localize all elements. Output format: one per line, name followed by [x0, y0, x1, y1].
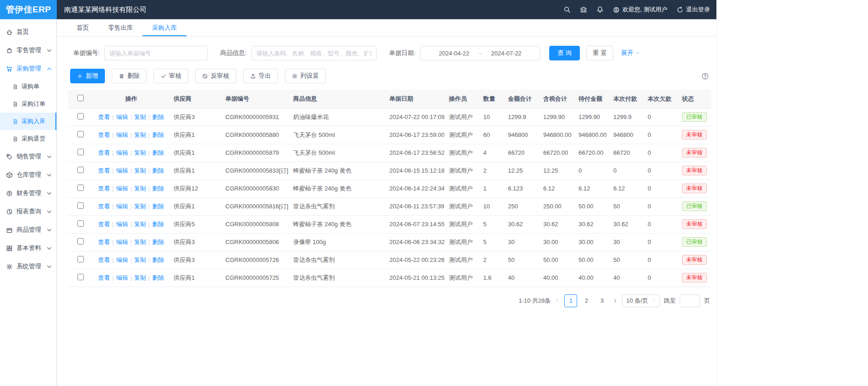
product-info-input[interactable] — [251, 46, 377, 60]
unaudit-button[interactable]: 反审核 — [195, 69, 236, 83]
order-no-input[interactable] — [104, 46, 207, 60]
row-checkbox[interactable] — [77, 185, 84, 191]
select-all-checkbox[interactable] — [77, 95, 84, 101]
sidebar-subitem-label: 采购订单 — [22, 100, 45, 108]
row-checkbox[interactable] — [77, 149, 84, 155]
row-checkbox[interactable] — [77, 202, 84, 209]
row-action-edit[interactable]: 编辑 — [116, 274, 128, 281]
prev-page-button[interactable] — [555, 298, 560, 304]
row-action-view[interactable]: 查看 — [98, 149, 110, 156]
row-action-copy[interactable]: 复制 — [134, 239, 146, 245]
welcome-user[interactable]: 欢迎您, 测试用户 — [613, 5, 667, 14]
bank-icon[interactable] — [580, 6, 587, 13]
row-checkbox[interactable] — [77, 220, 84, 227]
row-action-view[interactable]: 查看 — [98, 274, 110, 281]
row-checkbox[interactable] — [77, 274, 84, 280]
tab-purchase-inbound[interactable]: 采购入库 — [142, 19, 186, 36]
search-button[interactable]: 查 询 — [549, 46, 580, 60]
row-action-copy[interactable]: 复制 — [134, 256, 146, 263]
sidebar-item-sales[interactable]: 销售管理 — [0, 147, 56, 166]
row-action-edit[interactable]: 编辑 — [116, 256, 128, 263]
sidebar-item-report[interactable]: 报表查询 — [0, 202, 56, 221]
row-action-copy[interactable]: 复制 — [134, 114, 146, 120]
help-icon[interactable] — [701, 72, 709, 80]
page-button-3[interactable]: 3 — [595, 294, 608, 307]
row-action-delete[interactable]: 删除 — [152, 203, 164, 210]
row-action-copy[interactable]: 复制 — [134, 131, 146, 138]
row-checkbox[interactable] — [77, 113, 84, 120]
expand-filters-link[interactable]: 展开 — [621, 49, 640, 57]
cell-qty: 2 — [479, 162, 503, 179]
row-action-edit[interactable]: 编辑 — [116, 149, 128, 156]
row-action-delete[interactable]: 删除 — [152, 185, 164, 192]
row-action-edit[interactable]: 编辑 — [116, 221, 128, 228]
row-action-delete[interactable]: 删除 — [152, 239, 164, 245]
row-checkbox[interactable] — [77, 131, 84, 137]
sidebar-item-retail[interactable]: 零售管理 — [0, 41, 56, 60]
row-action-view[interactable]: 查看 — [98, 203, 110, 210]
row-action-view[interactable]: 查看 — [98, 256, 110, 263]
tab-home[interactable]: 首页 — [67, 19, 98, 36]
column-settings-button[interactable]: 列设置 — [285, 69, 326, 83]
next-page-button[interactable] — [612, 298, 618, 304]
logout-button[interactable]: 退出登录 — [677, 5, 710, 14]
sidebar-item-basic[interactable]: 基本资料 — [0, 239, 56, 257]
date-from-value[interactable]: 2024-04-22 — [439, 50, 469, 57]
row-action-copy[interactable]: 复制 — [134, 274, 146, 281]
sidebar-item-purchase[interactable]: 采购管理 — [0, 60, 56, 78]
row-action-delete[interactable]: 删除 — [152, 131, 164, 138]
row-action-view[interactable]: 查看 — [98, 239, 110, 245]
sidebar-item-system[interactable]: 系统管理 — [0, 257, 56, 276]
tab-retail-outbound[interactable]: 零售出库 — [98, 19, 142, 36]
row-action-delete[interactable]: 删除 — [152, 149, 164, 156]
sidebar-item-purchase-return[interactable]: 采购退货 — [0, 130, 56, 147]
date-range-picker[interactable]: 2024-04-22 ~ 2024-07-22 — [420, 46, 540, 60]
row-action-delete[interactable]: 删除 — [152, 256, 164, 263]
row-action-view[interactable]: 查看 — [98, 114, 110, 120]
row-action-delete[interactable]: 删除 — [152, 167, 164, 174]
export-button[interactable]: 导出 — [243, 69, 278, 83]
row-checkbox[interactable] — [77, 256, 84, 262]
sidebar-item-warehouse[interactable]: 仓库管理 — [0, 166, 56, 184]
page-size-select[interactable]: 10 条/页 — [622, 294, 660, 307]
row-action-edit[interactable]: 编辑 — [116, 185, 128, 192]
cell-tax-total: 66720.00 — [539, 144, 574, 162]
app-logo[interactable]: 管伊佳ERP — [0, 0, 57, 19]
row-action-copy[interactable]: 复制 — [134, 185, 146, 192]
row-action-edit[interactable]: 编辑 — [116, 131, 128, 138]
row-action-view[interactable]: 查看 — [98, 185, 110, 192]
row-action-view[interactable]: 查看 — [98, 221, 110, 228]
date-to-value[interactable]: 2024-07-22 — [491, 50, 522, 57]
add-button[interactable]: 新增 — [70, 69, 105, 83]
delete-button[interactable]: 删除 — [112, 69, 147, 83]
sidebar-item-home[interactable]: 首页 — [0, 23, 56, 41]
audit-button[interactable]: 审核 — [153, 69, 188, 83]
row-action-edit[interactable]: 编辑 — [116, 239, 128, 245]
row-checkbox[interactable] — [77, 238, 84, 245]
row-action-view[interactable]: 查看 — [98, 131, 110, 138]
jump-page-input[interactable] — [680, 294, 700, 307]
row-action-edit[interactable]: 编辑 — [116, 114, 128, 120]
sidebar-item-purchase-request[interactable]: 请购单 — [0, 78, 56, 95]
row-action-copy[interactable]: 复制 — [134, 203, 146, 210]
row-checkbox[interactable] — [77, 167, 84, 173]
row-action-edit[interactable]: 编辑 — [116, 167, 128, 174]
row-action-delete[interactable]: 删除 — [152, 221, 164, 228]
reset-button[interactable]: 重 置 — [586, 46, 613, 60]
chevron-up-icon — [46, 65, 53, 72]
sidebar-item-finance[interactable]: 财务管理 — [0, 184, 56, 202]
sidebar-item-purchase-order[interactable]: 采购订单 — [0, 95, 56, 113]
sidebar-item-goods[interactable]: 商品管理 — [0, 221, 56, 239]
row-action-copy[interactable]: 复制 — [134, 167, 146, 174]
row-action-delete[interactable]: 删除 — [152, 274, 164, 281]
page-button-2[interactable]: 2 — [580, 294, 593, 307]
row-action-delete[interactable]: 删除 — [152, 114, 164, 120]
row-action-view[interactable]: 查看 — [98, 167, 110, 174]
sidebar-item-purchase-inbound[interactable]: 采购入库 — [0, 113, 56, 130]
search-icon[interactable] — [563, 6, 571, 13]
bell-icon[interactable] — [596, 6, 604, 13]
row-action-copy[interactable]: 复制 — [134, 221, 146, 228]
row-action-edit[interactable]: 编辑 — [116, 203, 128, 210]
row-action-copy[interactable]: 复制 — [134, 149, 146, 156]
page-button-1[interactable]: 1 — [564, 294, 577, 307]
